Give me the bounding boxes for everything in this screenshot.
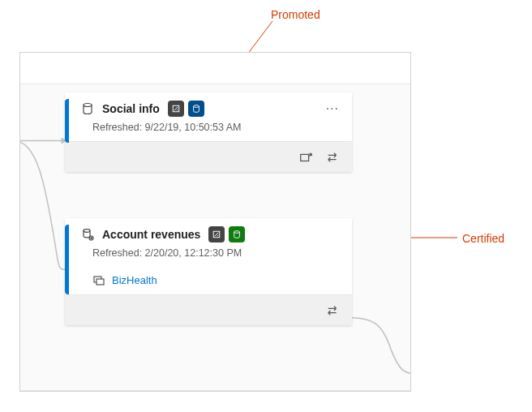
expand-lineage-icon[interactable] <box>326 150 341 165</box>
dataflow-icon <box>81 228 94 241</box>
dataset-card-account-revenues[interactable]: Account revenues Refreshed: 2/20/20, 12:… <box>65 218 352 325</box>
card-accent-bar <box>65 99 69 143</box>
more-options-button[interactable]: ··· <box>323 102 342 115</box>
svg-point-4 <box>84 104 92 107</box>
svg-point-6 <box>193 105 199 108</box>
svg-point-8 <box>84 230 90 233</box>
card-footer <box>65 141 352 172</box>
svg-point-11 <box>234 231 240 234</box>
annotation-promoted-label: Promoted <box>271 8 320 21</box>
dataset-card-social-info[interactable]: Social info ··· Refreshed: 9/22/19, 10:5… <box>65 92 352 172</box>
refreshed-label: Refreshed: 2/20/20, 12:12:30 PM <box>65 246 352 267</box>
workspace-link[interactable]: BizHealth <box>65 267 352 294</box>
svg-rect-7 <box>301 154 309 161</box>
svg-rect-13 <box>97 279 104 285</box>
card-title: Social info <box>102 102 160 115</box>
lineage-canvas[interactable]: Social info ··· Refreshed: 9/22/19, 10:5… <box>20 84 410 391</box>
workspace-icon <box>92 273 105 286</box>
certified-badge-icon <box>229 226 245 242</box>
refreshed-label: Refreshed: 9/22/19, 10:50:53 AM <box>65 120 352 141</box>
annotation-certified-label: Certified <box>462 232 504 245</box>
workspace-link-label: BizHealth <box>112 274 157 286</box>
sensitivity-badge-icon <box>168 101 184 117</box>
expand-lineage-icon[interactable] <box>326 303 341 318</box>
dataset-icon <box>81 102 94 115</box>
card-accent-bar <box>65 225 69 294</box>
card-footer <box>65 294 352 325</box>
sensitivity-badge-icon <box>208 226 225 242</box>
lineage-panel: Social info ··· Refreshed: 9/22/19, 10:5… <box>19 52 411 392</box>
card-title: Account revenues <box>102 228 200 241</box>
promoted-badge-icon <box>188 101 204 117</box>
share-icon[interactable] <box>298 150 313 165</box>
